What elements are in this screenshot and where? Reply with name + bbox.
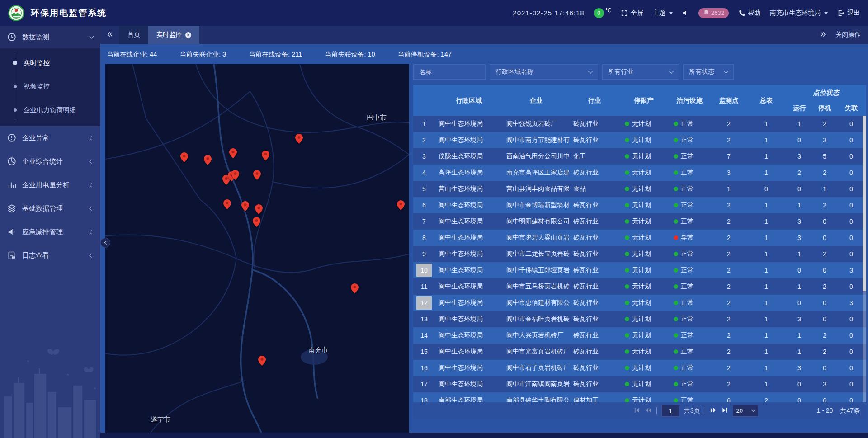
map-marker[interactable] xyxy=(223,199,231,209)
cell-region: 阆中生态环境局 xyxy=(435,234,503,242)
table-scrollbar[interactable] xyxy=(863,116,866,402)
cell-meter-count: 1 xyxy=(747,267,786,274)
tab-1[interactable]: 实时监控× xyxy=(148,26,199,44)
table-row[interactable]: 5营山生态环境局营山县润丰肉食品有限食品无计划正常10010 xyxy=(413,181,866,197)
name-filter-input[interactable] xyxy=(413,64,486,80)
tab-close-icon[interactable]: × xyxy=(185,32,191,38)
table-row[interactable]: 17阆中生态环境局阆中市江南镇阆南页岩砖瓦行业无计划正常21030 xyxy=(413,376,866,392)
status-dot-icon xyxy=(674,333,678,338)
cell-facility-status: 正常 xyxy=(668,315,711,323)
sidebar-item-6[interactable]: 日志查看 xyxy=(0,244,100,267)
temperature-badge: 0 xyxy=(594,8,604,18)
first-page-icon xyxy=(633,407,640,415)
cell-stop-status: 无计划 xyxy=(619,234,668,242)
map-marker[interactable] xyxy=(255,204,263,214)
map-marker[interactable] xyxy=(229,148,237,158)
region-filter-select[interactable]: 行政区域名称 xyxy=(490,64,598,80)
map-city-label: 巴中市 xyxy=(367,113,387,122)
cell-facility-status: 正常 xyxy=(668,250,711,258)
sidebar-item-5[interactable]: 应急减排管理 xyxy=(0,220,100,244)
mute-button[interactable] xyxy=(682,9,689,16)
map-marker[interactable] xyxy=(231,170,239,180)
table-row[interactable]: 10阆中生态环境局阆中千佛镇五郎垭页岩砖瓦行业无计划正常21003 xyxy=(413,262,866,278)
cell-facility-status: 正常 xyxy=(668,331,711,339)
theme-dropdown[interactable]: 主题 xyxy=(653,9,673,17)
cell-monitor-count: 2 xyxy=(711,283,747,290)
table-row[interactable]: 15阆中生态环境局阆中市光富页岩机砖厂砖瓦行业无计划正常21120 xyxy=(413,344,866,360)
map-marker[interactable] xyxy=(258,356,266,366)
sidebar-item-3[interactable]: 企业用电量分析 xyxy=(0,173,100,197)
map-panel[interactable]: 巴中市南充市遂宁市 xyxy=(105,64,409,433)
map-marker[interactable] xyxy=(241,201,249,211)
map-marker[interactable] xyxy=(180,152,188,162)
cell-running-count: 3 xyxy=(786,234,813,241)
table-row[interactable]: 14阆中生态环境局阆中大兴页岩机砖厂砖瓦行业无计划正常21120 xyxy=(413,327,866,344)
table-row[interactable]: 1阆中生态环境局阆中强锐页岩砖厂砖瓦行业无计划正常21120 xyxy=(413,116,866,132)
fullscreen-button[interactable]: 全屏 xyxy=(621,9,643,17)
sidebar-item-0[interactable]: 数据监测 xyxy=(0,26,100,48)
status-dot-icon xyxy=(674,382,678,386)
tabs-scroll-left-button[interactable] xyxy=(100,26,119,44)
cell-meter-count: 1 xyxy=(747,120,786,127)
map-marker[interactable] xyxy=(397,200,405,210)
table-row[interactable]: 3仪陇生态环境局西南油气田分公司川中化工无计划正常71350 xyxy=(413,148,866,165)
tab-0[interactable]: 首页 xyxy=(119,26,148,44)
table-row[interactable]: 4高坪生态环境局南充市高坪区王家店建砖瓦行业无计划正常31220 xyxy=(413,165,866,181)
help-button[interactable]: 帮助 xyxy=(738,9,760,17)
table-body: 1阆中生态环境局阆中强锐页岩砖厂砖瓦行业无计划正常211202阆中生态环境局阆中… xyxy=(413,116,866,402)
sidebar-subitem-0-1[interactable]: 视频监控 xyxy=(0,75,100,98)
table-row[interactable]: 6阆中生态环境局阆中市金博瑞新型墙材砖瓦行业无计划正常21120 xyxy=(413,197,866,213)
cell-industry: 建材加工 xyxy=(570,396,619,402)
table-row[interactable]: 18南部生态环境局南部县砖华土陶有限公建材加工无计划正常62060 xyxy=(413,392,866,402)
map-marker[interactable] xyxy=(253,217,260,227)
sidebar-submenu: 实时监控视频监控企业电力负荷明细 xyxy=(0,48,100,126)
fullscreen-icon xyxy=(621,9,628,17)
close-operations-button[interactable]: 关闭操作 xyxy=(835,31,861,39)
collapse-map-button[interactable] xyxy=(100,238,110,248)
logout-button[interactable]: 退出 xyxy=(837,9,860,17)
next-page-button[interactable] xyxy=(710,407,717,415)
cell-row-number: 12 xyxy=(413,296,435,310)
cell-stop-status: 无计划 xyxy=(619,217,668,226)
map-marker[interactable] xyxy=(262,151,269,160)
scrollbar-thumb[interactable] xyxy=(863,116,866,291)
chevron-left-icon xyxy=(90,230,94,234)
table-row[interactable]: 9阆中生态环境局阆中市二龙长宝页岩砖砖瓦行业无计划正常21120 xyxy=(413,246,866,262)
map-marker[interactable] xyxy=(204,155,212,165)
map-marker[interactable] xyxy=(351,283,359,293)
table-row[interactable]: 12阆中生态环境局阆中市忠信建材有限公砖瓦行业无计划正常21003 xyxy=(413,295,866,311)
last-page-button[interactable] xyxy=(722,407,728,415)
tabs-scroll-right-button[interactable] xyxy=(814,31,833,39)
cell-stopped-count: 2 xyxy=(813,169,836,176)
page-size-select[interactable]: 20 xyxy=(733,405,758,417)
prev-page-button[interactable] xyxy=(645,407,652,415)
sidebar-item-2[interactable]: 企业综合统计 xyxy=(0,150,100,173)
cell-running-count: 0 xyxy=(786,267,813,274)
sidebar-subitem-0-2[interactable]: 企业电力负荷明细 xyxy=(0,98,100,122)
map-marker[interactable] xyxy=(253,170,261,180)
status-filter-select[interactable]: 所有状态 xyxy=(683,64,734,80)
page-number-input[interactable] xyxy=(661,405,679,417)
sidebar-item-1[interactable]: 企业异常 xyxy=(0,126,100,150)
industry-filter-select[interactable]: 所有行业 xyxy=(602,64,679,80)
sidebar-subitem-0-0[interactable]: 实时监控 xyxy=(0,51,100,75)
table-row[interactable]: 8阆中生态环境局阆中市枣碧大梁山页岩砖瓦行业无计划异常21300 xyxy=(413,230,866,246)
map-pin-icon xyxy=(229,152,237,160)
table-row[interactable]: 11阆中生态环境局阆中市五马桥页岩机砖砖瓦行业无计划正常21120 xyxy=(413,278,866,295)
cell-stopped-count: 6 xyxy=(813,397,836,402)
cell-monitor-count: 2 xyxy=(711,202,747,209)
sidebar-item-4[interactable]: 基础数据管理 xyxy=(0,197,100,220)
first-page-button[interactable] xyxy=(633,407,640,415)
table-row[interactable]: 7阆中生态环境局阆中明阳建材有限公司砖瓦行业无计划正常21300 xyxy=(413,213,866,230)
table-row[interactable]: 2阆中生态环境局阆中市南方节能建材有砖瓦行业无计划正常21030 xyxy=(413,132,866,148)
table-row[interactable]: 16阆中生态环境局阆中市石子页岩机砖厂砖瓦行业无计划正常21300 xyxy=(413,360,866,376)
table-row[interactable]: 13阆中生态环境局阆中市金福旺页岩机砖砖瓦行业无计划正常21300 xyxy=(413,311,866,327)
cell-meter-count: 1 xyxy=(747,348,786,355)
cell-stop-status: 无计划 xyxy=(619,364,668,372)
notification-badge[interactable]: 2632 xyxy=(698,8,729,18)
org-dropdown[interactable]: 南充市生态环境局 xyxy=(770,9,828,17)
map-marker[interactable] xyxy=(295,134,303,144)
range-label: 1 - 20 xyxy=(817,407,833,415)
cell-region: 高坪生态环境局 xyxy=(435,169,503,177)
cell-lost-count: 0 xyxy=(836,234,866,241)
